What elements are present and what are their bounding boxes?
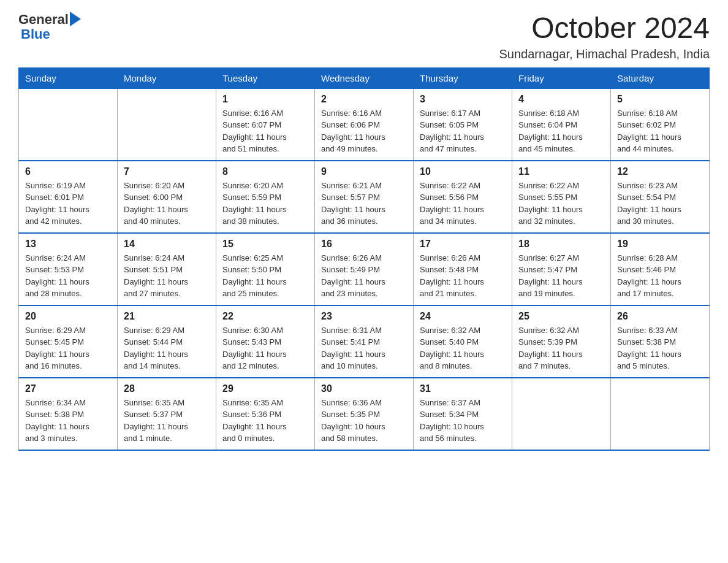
day-number: 23 <box>321 311 407 322</box>
day-info: Sunrise: 6:29 AM Sunset: 5:45 PM Dayligh… <box>25 324 111 372</box>
day-number: 25 <box>518 311 604 322</box>
location-subtitle: Sundarnagar, Himachal Pradesh, India <box>499 47 710 61</box>
day-number: 17 <box>420 239 506 250</box>
day-info: Sunrise: 6:20 AM Sunset: 5:59 PM Dayligh… <box>222 180 308 228</box>
calendar-cell: 8Sunrise: 6:20 AM Sunset: 5:59 PM Daylig… <box>216 161 315 233</box>
calendar-cell <box>611 378 710 450</box>
calendar-cell: 21Sunrise: 6:29 AM Sunset: 5:44 PM Dayli… <box>118 305 216 378</box>
calendar-header-thursday: Thursday <box>414 67 512 88</box>
calendar-cell: 11Sunrise: 6:22 AM Sunset: 5:55 PM Dayli… <box>512 161 611 233</box>
day-info: Sunrise: 6:26 AM Sunset: 5:48 PM Dayligh… <box>420 252 506 300</box>
page-header: General Blue October 2024 Sundarnagar, H… <box>18 12 710 61</box>
day-number: 30 <box>321 383 407 394</box>
day-info: Sunrise: 6:25 AM Sunset: 5:50 PM Dayligh… <box>222 252 308 300</box>
day-info: Sunrise: 6:33 AM Sunset: 5:38 PM Dayligh… <box>617 324 703 372</box>
calendar-header-monday: Monday <box>118 67 216 88</box>
day-number: 24 <box>420 311 506 322</box>
calendar-cell <box>118 88 216 161</box>
calendar-cell: 31Sunrise: 6:37 AM Sunset: 5:34 PM Dayli… <box>414 378 512 450</box>
day-info: Sunrise: 6:26 AM Sunset: 5:49 PM Dayligh… <box>321 252 407 300</box>
calendar-cell: 10Sunrise: 6:22 AM Sunset: 5:56 PM Dayli… <box>414 161 512 233</box>
calendar-cell: 28Sunrise: 6:35 AM Sunset: 5:37 PM Dayli… <box>118 378 216 450</box>
day-number: 28 <box>124 383 210 394</box>
day-info: Sunrise: 6:31 AM Sunset: 5:41 PM Dayligh… <box>321 324 407 372</box>
calendar-cell: 15Sunrise: 6:25 AM Sunset: 5:50 PM Dayli… <box>216 233 315 305</box>
calendar-cell: 25Sunrise: 6:32 AM Sunset: 5:39 PM Dayli… <box>512 305 611 378</box>
calendar-cell: 23Sunrise: 6:31 AM Sunset: 5:41 PM Dayli… <box>315 305 414 378</box>
day-number: 7 <box>124 166 210 177</box>
day-info: Sunrise: 6:18 AM Sunset: 6:04 PM Dayligh… <box>518 107 604 155</box>
day-number: 18 <box>518 239 604 250</box>
calendar-cell: 20Sunrise: 6:29 AM Sunset: 5:45 PM Dayli… <box>19 305 118 378</box>
logo-triangle-icon <box>69 13 81 26</box>
calendar-cell: 19Sunrise: 6:28 AM Sunset: 5:46 PM Dayli… <box>611 233 710 305</box>
calendar-cell: 27Sunrise: 6:34 AM Sunset: 5:38 PM Dayli… <box>19 378 118 450</box>
calendar-cell: 22Sunrise: 6:30 AM Sunset: 5:43 PM Dayli… <box>216 305 315 378</box>
day-info: Sunrise: 6:22 AM Sunset: 5:56 PM Dayligh… <box>420 180 506 228</box>
calendar-header-saturday: Saturday <box>611 67 710 88</box>
day-number: 22 <box>222 311 308 322</box>
calendar-week-row: 27Sunrise: 6:34 AM Sunset: 5:38 PM Dayli… <box>19 378 710 450</box>
calendar-cell: 7Sunrise: 6:20 AM Sunset: 6:00 PM Daylig… <box>118 161 216 233</box>
title-block: October 2024 Sundarnagar, Himachal Prade… <box>499 12 710 61</box>
day-info: Sunrise: 6:18 AM Sunset: 6:02 PM Dayligh… <box>617 107 703 155</box>
day-number: 2 <box>321 94 407 105</box>
calendar-cell: 24Sunrise: 6:32 AM Sunset: 5:40 PM Dayli… <box>414 305 512 378</box>
calendar-week-row: 13Sunrise: 6:24 AM Sunset: 5:53 PM Dayli… <box>19 233 710 305</box>
day-info: Sunrise: 6:32 AM Sunset: 5:39 PM Dayligh… <box>518 324 604 372</box>
calendar-cell: 5Sunrise: 6:18 AM Sunset: 6:02 PM Daylig… <box>611 88 710 161</box>
calendar-header-row: SundayMondayTuesdayWednesdayThursdayFrid… <box>19 67 710 88</box>
calendar-cell: 26Sunrise: 6:33 AM Sunset: 5:38 PM Dayli… <box>611 305 710 378</box>
calendar-week-row: 20Sunrise: 6:29 AM Sunset: 5:45 PM Dayli… <box>19 305 710 378</box>
day-info: Sunrise: 6:30 AM Sunset: 5:43 PM Dayligh… <box>222 324 308 372</box>
day-info: Sunrise: 6:36 AM Sunset: 5:35 PM Dayligh… <box>321 397 407 445</box>
day-number: 14 <box>124 239 210 250</box>
day-number: 12 <box>617 166 703 177</box>
day-number: 15 <box>222 239 308 250</box>
calendar-cell: 1Sunrise: 6:16 AM Sunset: 6:07 PM Daylig… <box>216 88 315 161</box>
day-info: Sunrise: 6:35 AM Sunset: 5:37 PM Dayligh… <box>124 397 210 445</box>
day-number: 29 <box>222 383 308 394</box>
day-info: Sunrise: 6:20 AM Sunset: 6:00 PM Dayligh… <box>124 180 210 228</box>
day-number: 11 <box>518 166 604 177</box>
day-number: 13 <box>25 239 111 250</box>
calendar-header-friday: Friday <box>512 67 611 88</box>
day-info: Sunrise: 6:37 AM Sunset: 5:34 PM Dayligh… <box>420 397 506 445</box>
calendar-week-row: 6Sunrise: 6:19 AM Sunset: 6:01 PM Daylig… <box>19 161 710 233</box>
day-number: 16 <box>321 239 407 250</box>
calendar-cell: 3Sunrise: 6:17 AM Sunset: 6:05 PM Daylig… <box>414 88 512 161</box>
calendar-header-sunday: Sunday <box>19 67 118 88</box>
calendar-table: SundayMondayTuesdayWednesdayThursdayFrid… <box>18 67 710 451</box>
month-title: October 2024 <box>499 12 710 45</box>
calendar-cell: 4Sunrise: 6:18 AM Sunset: 6:04 PM Daylig… <box>512 88 611 161</box>
day-number: 5 <box>617 94 703 105</box>
day-info: Sunrise: 6:21 AM Sunset: 5:57 PM Dayligh… <box>321 180 407 228</box>
logo: General Blue <box>18 12 81 42</box>
day-info: Sunrise: 6:27 AM Sunset: 5:47 PM Dayligh… <box>518 252 604 300</box>
day-number: 21 <box>124 311 210 322</box>
day-number: 10 <box>420 166 506 177</box>
calendar-cell: 17Sunrise: 6:26 AM Sunset: 5:48 PM Dayli… <box>414 233 512 305</box>
calendar-cell: 16Sunrise: 6:26 AM Sunset: 5:49 PM Dayli… <box>315 233 414 305</box>
calendar-cell: 14Sunrise: 6:24 AM Sunset: 5:51 PM Dayli… <box>118 233 216 305</box>
day-number: 31 <box>420 383 506 394</box>
day-number: 19 <box>617 239 703 250</box>
day-number: 3 <box>420 94 506 105</box>
day-number: 4 <box>518 94 604 105</box>
day-number: 6 <box>25 166 111 177</box>
day-number: 26 <box>617 311 703 322</box>
day-info: Sunrise: 6:29 AM Sunset: 5:44 PM Dayligh… <box>124 324 210 372</box>
day-number: 8 <box>222 166 308 177</box>
day-info: Sunrise: 6:24 AM Sunset: 5:51 PM Dayligh… <box>124 252 210 300</box>
calendar-header-tuesday: Tuesday <box>216 67 315 88</box>
day-info: Sunrise: 6:24 AM Sunset: 5:53 PM Dayligh… <box>25 252 111 300</box>
day-info: Sunrise: 6:23 AM Sunset: 5:54 PM Dayligh… <box>617 180 703 228</box>
day-info: Sunrise: 6:35 AM Sunset: 5:36 PM Dayligh… <box>222 397 308 445</box>
day-info: Sunrise: 6:34 AM Sunset: 5:38 PM Dayligh… <box>25 397 111 445</box>
day-number: 27 <box>25 383 111 394</box>
calendar-cell: 13Sunrise: 6:24 AM Sunset: 5:53 PM Dayli… <box>19 233 118 305</box>
day-info: Sunrise: 6:16 AM Sunset: 6:07 PM Dayligh… <box>222 107 308 155</box>
calendar-cell: 30Sunrise: 6:36 AM Sunset: 5:35 PM Dayli… <box>315 378 414 450</box>
calendar-cell: 29Sunrise: 6:35 AM Sunset: 5:36 PM Dayli… <box>216 378 315 450</box>
svg-marker-0 <box>70 12 81 26</box>
